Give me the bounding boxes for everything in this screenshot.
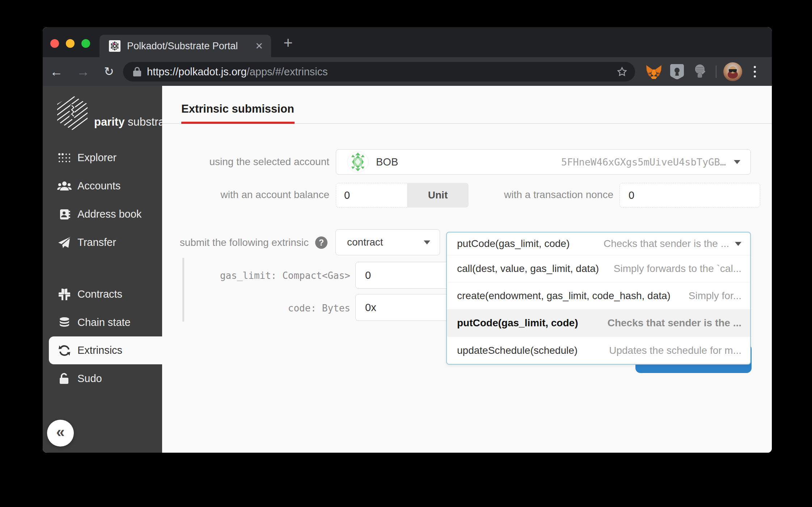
- tab-strip: Polkadot/Substrate Portal ✕ +: [43, 27, 772, 57]
- browser-menu-icon[interactable]: [746, 62, 764, 81]
- sidebar-item-label: Chain state: [77, 317, 131, 328]
- tab-title: Polkadot/Substrate Portal: [127, 41, 238, 52]
- chevron-down-icon: [734, 160, 740, 164]
- sidebar-collapse-button[interactable]: «: [47, 420, 74, 447]
- profile-avatar[interactable]: [723, 62, 742, 81]
- selected-method: putCode(gas_limit, code): [457, 238, 570, 250]
- minimize-window-button[interactable]: [66, 39, 75, 48]
- param-gas-limit-value: 0: [365, 269, 371, 281]
- sidebar-item-label: Sudo: [77, 373, 102, 385]
- section-value: contract: [347, 236, 383, 248]
- password-manager-extension-icon[interactable]: [668, 62, 686, 81]
- sync-icon: [57, 345, 72, 356]
- lightbulb-extension-icon[interactable]: [690, 62, 709, 81]
- main-content: Extrinsic submission using the selected …: [162, 86, 772, 453]
- sidebar-item-label: Accounts: [77, 180, 120, 192]
- tab-extrinsic-submission[interactable]: Extrinsic submission: [181, 102, 294, 116]
- zoom-window-button[interactable]: [81, 39, 90, 48]
- close-tab-icon[interactable]: ✕: [255, 41, 263, 52]
- method-dropdown[interactable]: putCode(gas_limit, code) Checks that sen…: [446, 232, 751, 365]
- chevron-down-icon: [424, 240, 430, 244]
- sidebar-item-extrinsics[interactable]: Extrinsics: [43, 336, 162, 364]
- back-icon[interactable]: ←: [46, 57, 67, 86]
- sidebar-item-label: Contracts: [77, 288, 122, 300]
- method-option-call[interactable]: call(dest, value, gas_limit, data) Simpl…: [447, 255, 750, 282]
- method-option-create[interactable]: create(endowment, gas_limit, code_hash, …: [447, 282, 750, 310]
- param-code-value: 0x: [365, 302, 376, 314]
- paper-plane-icon: [57, 237, 72, 248]
- unlock-icon: [57, 373, 72, 385]
- bookmark-star-icon[interactable]: [616, 66, 628, 77]
- sidebar-item-sudo[interactable]: Sudo: [43, 365, 162, 393]
- nonce-label: with a transaction nonce: [446, 189, 613, 201]
- grid-dots-icon: [57, 153, 72, 163]
- window-controls: [50, 39, 90, 48]
- sidebar-item-label: Extrinsics: [77, 344, 122, 356]
- url-host: https://polkadot.js.org: [147, 66, 247, 77]
- sidebar-item-chain-state[interactable]: Chain state: [43, 309, 162, 336]
- forward-icon[interactable]: →: [73, 57, 93, 86]
- reload-icon[interactable]: ↻: [99, 57, 119, 86]
- account-label: using the selected account: [162, 156, 329, 168]
- account-address: 5FHneW46xGXgs5mUiveU4sbTyGB…: [561, 156, 726, 168]
- metamask-extension-icon[interactable]: [644, 62, 663, 81]
- balance-input[interactable]: 0: [336, 183, 407, 208]
- users-icon: [57, 181, 72, 191]
- chevron-down-icon: [735, 242, 741, 246]
- nonce-value: 0: [629, 189, 634, 201]
- active-tab-underline: [181, 122, 295, 124]
- sidebar-item-label: Address book: [77, 208, 141, 220]
- sidebar-item-contracts[interactable]: Contracts: [43, 280, 162, 308]
- sidebar-item-accounts[interactable]: Accounts: [43, 172, 162, 200]
- balance-label: with an account balance: [162, 189, 329, 201]
- sidebar-item-label: Transfer: [77, 236, 116, 248]
- url-bar[interactable]: https://polkadot.js.org/apps/#/extrinsic…: [123, 62, 635, 81]
- url-path: /apps/#/extrinsics: [247, 66, 328, 77]
- sidebar-item-address-book[interactable]: Address book: [43, 200, 162, 228]
- compress-icon: [57, 289, 72, 300]
- balance-value: 0: [344, 189, 350, 201]
- sidebar-item-label: Explorer: [77, 152, 117, 164]
- close-window-button[interactable]: [50, 39, 59, 48]
- param-code-label: code: Bytes: [162, 303, 350, 314]
- parity-substrate-logo: parity substrate: [55, 95, 174, 131]
- database-icon: [57, 317, 72, 328]
- account-name: BOB: [376, 156, 398, 168]
- browser-toolbar: ← → ↻ https://polkadot.js.org/apps/#/ext…: [43, 57, 772, 86]
- section-select[interactable]: contract: [335, 229, 440, 255]
- account-identicon: [347, 151, 369, 173]
- lock-icon: [132, 66, 142, 77]
- address-book-icon: [57, 209, 72, 220]
- param-gas-limit-label: gas_limit: Compact<Gas>: [162, 270, 350, 281]
- method-option-updateschedule[interactable]: updateSchedule(schedule) Updates the sch…: [447, 337, 750, 364]
- url-text: https://polkadot.js.org/apps/#/extrinsic…: [147, 66, 328, 78]
- account-select[interactable]: BOB 5FHneW46xGXgs5mUiveU4sbTyGB…: [336, 149, 751, 175]
- sidebar: parity substrate Explorer Accounts Add: [43, 86, 162, 453]
- method-dropdown-header[interactable]: putCode(gas_limit, code) Checks that sen…: [447, 232, 750, 255]
- browser-window: Polkadot/Substrate Portal ✕ + ← → ↻ http…: [43, 27, 772, 453]
- sidebar-item-transfer[interactable]: Transfer: [43, 229, 162, 256]
- selected-method-summary: Checks that sender is the ...: [604, 238, 729, 250]
- new-tab-button[interactable]: +: [279, 34, 297, 52]
- extrinsic-label: submit the following extrinsic: [162, 237, 309, 248]
- toolbar-divider: [716, 66, 716, 78]
- sidebar-item-explorer[interactable]: Explorer: [43, 144, 162, 172]
- nonce-input[interactable]: 0: [619, 183, 760, 208]
- polkadot-favicon-icon: [109, 40, 120, 52]
- help-icon[interactable]: ?: [315, 236, 327, 249]
- browser-tab[interactable]: Polkadot/Substrate Portal ✕: [100, 35, 271, 57]
- method-option-putcode[interactable]: putCode(gas_limit, code) Checks that sen…: [447, 310, 750, 337]
